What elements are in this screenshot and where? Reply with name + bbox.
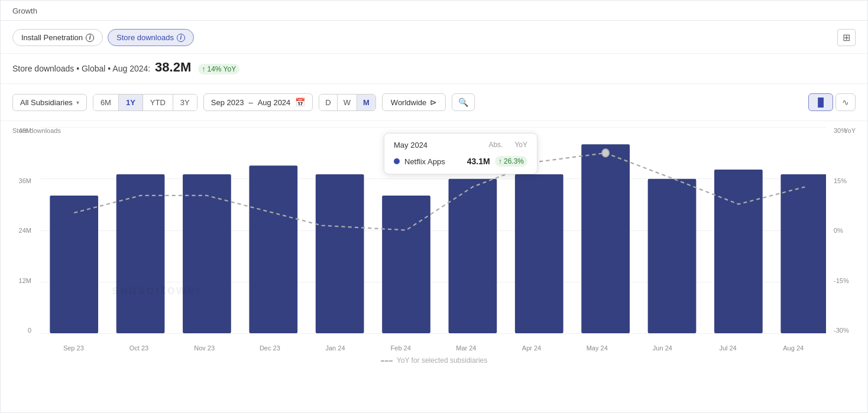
install-penetration-info-icon[interactable]: i [86,34,94,42]
search-button[interactable]: 🔍 [452,93,475,111]
chart-footer: YoY for selected subsidiaries [12,356,856,365]
svg-rect-5 [382,196,430,333]
granularity-d[interactable]: D [319,95,337,110]
tab-row: Install Penetration i Store downloads i … [1,21,867,54]
date-separator: – [248,98,252,107]
svg-rect-1 [116,174,165,333]
region-label: Worldwide [391,98,426,107]
x-label-apr24: Apr 24 [499,344,565,352]
view-line-button[interactable]: ∿ [835,93,856,111]
chart-area: Store downloads YoY 48M 36M 24M 12M 0 30… [1,121,867,382]
section-title: Growth [1,1,867,21]
tooltip-month: May 2024 [394,141,427,151]
y-left-0: 0 [12,327,31,334]
export-button[interactable]: ⊞ [837,29,856,46]
stats-row: Store downloads • Global • Aug 2024: 38.… [1,54,867,84]
subsidiary-dropdown[interactable]: All Subsidiaries ▾ [12,94,87,111]
stats-prefix: Store downloads • Global • Aug 2024: [12,64,150,73]
y-right-neg30p: -30% [834,327,856,334]
y-left-12m: 12M [12,277,31,284]
tooltip-abs-col: Abs. [488,141,503,149]
x-label-dec23: Dec 23 [237,344,303,352]
store-downloads-info-icon[interactable]: i [177,34,185,42]
y-axis-right: 30% 15% 0% -15% -30% [829,127,856,334]
y-right-15p: 15% [834,177,856,184]
granularity-group: D W M [319,94,376,111]
x-label-sep23: Sep 23 [41,344,106,352]
tab-store-downloads[interactable]: Store downloads i [108,29,194,46]
x-label-aug24: Aug 24 [760,344,826,352]
date-to: Aug 2024 [258,98,291,107]
chevron-down-icon: ▾ [76,99,79,106]
region-selector[interactable]: Worldwide ⊳ [382,93,446,111]
svg-rect-3 [249,165,297,333]
stats-value: 38.2M [155,60,191,74]
period-6m[interactable]: 6M [93,95,119,110]
y-right-neg15p: -15% [834,277,856,284]
tooltip-yoy-badge: ↑ 26.3% [495,156,527,167]
subsidiary-label: All Subsidiaries [20,98,73,107]
tooltip-app-name: Netflix Apps [404,157,450,166]
x-label-nov23: Nov 23 [171,344,237,352]
chart-inner: sensortower May 2024 Abs. YoY Netflix Ap… [41,127,826,334]
bar-chart-icon: ▐▌ [815,97,827,107]
search-icon: 🔍 [458,97,468,107]
x-label-feb24: Feb 24 [368,344,433,352]
tooltip-cols: Abs. YoY [488,141,527,149]
line-chart-icon: ∿ [842,97,849,107]
svg-point-12 [602,149,609,157]
tooltip-abs-value: 43.1M [455,157,490,166]
grid-line-5 [41,333,826,334]
tooltip-yoy-col: YoY [514,141,527,149]
tab-install-penetration[interactable]: Install Penetration i [12,29,103,46]
tab-install-penetration-label: Install Penetration [21,33,83,42]
svg-rect-0 [50,196,98,333]
period-3y[interactable]: 3Y [173,95,197,110]
y-right-0p: 0% [834,227,856,234]
period-group: 6M 1Y YTD 3Y [93,94,197,111]
period-1y[interactable]: 1Y [119,95,143,110]
svg-rect-11 [780,174,826,333]
tab-store-downloads-label: Store downloads [116,33,174,42]
calendar-icon: 📅 [295,97,305,107]
svg-rect-2 [183,174,231,333]
x-axis: Sep 23 Oct 23 Nov 23 Dec 23 Jan 24 Feb 2… [41,337,826,352]
x-label-oct23: Oct 23 [106,344,172,352]
date-from: Sep 2023 [211,98,244,107]
tooltip-row: Netflix Apps 43.1M ↑ 26.3% [394,156,527,167]
y-left-36m: 36M [12,177,31,184]
y-axis-left: 48M 36M 24M 12M 0 [12,127,36,334]
controls-row: All Subsidiaries ▾ 6M 1Y YTD 3Y Sep 2023… [1,84,867,121]
svg-rect-10 [714,170,763,333]
x-label-jul24: Jul 24 [695,344,761,352]
svg-rect-7 [515,174,563,333]
chart-footer-text: YoY for selected subsidiaries [397,356,487,365]
svg-rect-8 [581,144,630,333]
export-icon: ⊞ [843,32,850,43]
chart-tooltip: May 2024 Abs. YoY Netflix Apps 43.1M ↑ 2… [384,133,537,174]
svg-rect-4 [316,174,364,333]
y-right-30p: 30% [834,127,856,134]
date-range-picker[interactable]: Sep 2023 – Aug 2024 📅 [203,93,313,111]
y-left-24m: 24M [12,227,31,234]
x-label-jan24: Jan 24 [303,344,368,352]
region-flag-icon: ⊳ [430,97,437,107]
period-ytd[interactable]: YTD [143,95,173,110]
dashed-legend-icon [381,360,393,362]
x-label-jun24: Jun 24 [630,344,695,352]
svg-rect-6 [449,179,497,333]
y-left-48m: 48M [12,127,31,134]
granularity-w[interactable]: W [338,95,357,110]
tooltip-dot [394,158,400,164]
stats-yoy-badge: ↑ 14% YoY [198,64,239,74]
tooltip-header: May 2024 Abs. YoY [394,141,527,151]
view-toggle: ▐▌ ∿ [808,93,856,111]
x-label-mar24: Mar 24 [433,344,499,352]
svg-rect-9 [648,179,697,333]
view-bar-button[interactable]: ▐▌ [808,93,833,111]
x-label-may24: May 24 [564,344,630,352]
granularity-m[interactable]: M [357,95,375,110]
